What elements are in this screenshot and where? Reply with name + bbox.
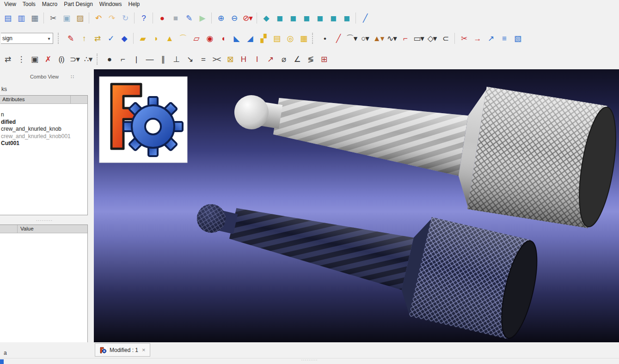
extend-icon[interactable]: → <box>471 32 484 45</box>
map-sketch-icon[interactable]: ↑ <box>78 32 90 45</box>
external-geometry-icon[interactable]: ↗ <box>484 32 497 45</box>
revolution-icon[interactable]: ◗ <box>150 32 162 45</box>
view-rear-icon[interactable]: ◼ <box>313 12 326 24</box>
redo-icon[interactable]: ↷ <box>105 12 118 24</box>
constraint-point-on-object-icon[interactable]: ⌐ <box>116 53 129 66</box>
pad-icon[interactable]: ▰ <box>136 32 149 45</box>
point-icon[interactable]: • <box>319 32 331 45</box>
menu-view[interactable]: View <box>1 0 19 8</box>
draw-style-icon[interactable]: ⊘▾ <box>241 12 254 24</box>
rectangle-icon[interactable]: ▭▾ <box>412 32 425 45</box>
workbench-selector[interactable]: sign ▾ <box>1 33 53 44</box>
constraint-symmetric-icon[interactable]: >< <box>210 53 223 66</box>
macro-edit-icon[interactable]: ✎ <box>183 12 195 24</box>
view-top-icon[interactable]: ◼ <box>287 12 299 24</box>
constraint-tangent-icon[interactable]: ↘ <box>184 53 196 66</box>
constraint-horizontal-icon[interactable]: — <box>143 53 156 66</box>
print-icon[interactable]: ▦ <box>28 12 41 24</box>
tree-item-screw-and-knurled-knob-001[interactable]: crew_and_knurled_knob001 <box>0 133 87 140</box>
constraint-parallel-icon[interactable]: ∥ <box>157 53 169 66</box>
reorient-sketch-icon[interactable]: ⇄ <box>91 32 104 45</box>
menu-windows[interactable]: Windows <box>96 0 125 8</box>
view-bottom-icon[interactable]: ◼ <box>327 12 339 24</box>
internal-geometry-icon[interactable]: ▣ <box>28 53 41 66</box>
view-axonometric-icon[interactable]: ◆ <box>260 12 272 24</box>
document-tab[interactable]: Modified : 1 × <box>95 343 150 357</box>
undo-icon[interactable]: ↶ <box>92 12 104 24</box>
sketch-info-icon[interactable]: (i) <box>55 53 67 66</box>
measure-icon[interactable]: ╱ <box>359 12 371 24</box>
delete-all-geometry-icon[interactable]: ✗ <box>42 53 54 66</box>
constraint-block-icon[interactable]: ⊠ <box>224 53 236 66</box>
fillet-icon[interactable]: ◣ <box>230 32 243 45</box>
trim-icon[interactable]: ✂ <box>458 32 470 45</box>
tab-tasks-fragment[interactable]: ks <box>1 86 7 92</box>
view-right-icon[interactable]: ◼ <box>300 12 313 24</box>
constraint-equal-icon[interactable]: = <box>197 53 209 66</box>
chamfer-icon[interactable]: ◢ <box>244 32 256 45</box>
create-body-icon[interactable]: ◆ <box>118 32 130 45</box>
whats-this-icon[interactable]: ? <box>137 12 150 24</box>
copy-icon[interactable]: ▣ <box>60 12 73 24</box>
constraint-horizontal-distance-icon[interactable]: H <box>237 53 250 66</box>
hole-icon[interactable]: ◉ <box>203 32 216 45</box>
line-icon[interactable]: ╱ <box>332 32 344 45</box>
circle-icon[interactable]: ○▾ <box>359 32 371 45</box>
tree-item-n[interactable]: n <box>0 111 87 119</box>
additive-loft-icon[interactable]: ▲ <box>163 32 176 45</box>
linear-pattern-icon[interactable]: ▤ <box>270 32 283 45</box>
menu-help[interactable]: Help <box>125 0 143 8</box>
zoom-box-icon[interactable]: ⊕ <box>215 12 227 24</box>
conic-icon[interactable]: ▲▾ <box>372 32 385 45</box>
constraint-distance-icon[interactable]: ↗ <box>264 53 276 66</box>
close-icon[interactable]: × <box>142 346 146 353</box>
bspline-icon[interactable]: ∿▾ <box>386 32 398 45</box>
macro-record-icon[interactable]: ● <box>156 12 168 24</box>
zoom-fit-icon[interactable]: ⊖ <box>228 12 240 24</box>
3d-viewport[interactable] <box>94 69 619 342</box>
pocket-icon[interactable]: ▱ <box>190 32 202 45</box>
open-icon[interactable]: ▤ <box>1 12 14 24</box>
constraint-radius-icon[interactable]: ⌀ <box>277 53 290 66</box>
validate-sketch-icon[interactable]: ✓ <box>104 32 117 45</box>
menu-tools[interactable]: Tools <box>19 0 39 8</box>
connect-edges-icon[interactable]: ∴▾ <box>82 53 94 66</box>
macro-stop-icon[interactable]: ■ <box>169 12 182 24</box>
constraint-perpendicular-icon[interactable]: ⊥ <box>170 53 183 66</box>
menu-macro[interactable]: Macro <box>39 0 61 8</box>
view-front-icon[interactable]: ◼ <box>273 12 286 24</box>
constraint-snell-icon[interactable]: ≶ <box>304 53 317 66</box>
polygon-icon[interactable]: ◇▾ <box>426 32 438 45</box>
screw-shaded[interactable] <box>225 69 619 231</box>
tree-item-cut001[interactable]: Cut001 <box>0 140 87 147</box>
constraint-angle-icon[interactable]: ∠ <box>291 53 303 66</box>
constraint-vertical-distance-icon[interactable]: I <box>251 53 263 66</box>
menu-part-design[interactable]: Part Design <box>61 0 96 8</box>
convert-geometry-icon[interactable]: ⇄ <box>1 53 14 66</box>
toggle-driving-constraint-icon[interactable]: ⊞ <box>318 53 330 66</box>
dock-icon[interactable]: ∷ <box>71 74 74 80</box>
slot-icon[interactable]: ⊂ <box>439 32 452 45</box>
additive-pipe-icon[interactable]: ⌒ <box>177 32 189 45</box>
tree-item-modified[interactable]: dified <box>0 119 87 126</box>
arc-icon[interactable]: ⌒▾ <box>345 32 358 45</box>
splitter-handle[interactable]: ········· <box>0 218 89 223</box>
constraint-vertical-icon[interactable]: | <box>130 53 142 66</box>
tree-item-screw-and-knurled-knob[interactable]: crew_and_knurled_knob <box>0 126 87 133</box>
polar-pattern-icon[interactable]: ◎ <box>284 32 296 45</box>
paste-icon[interactable]: ▨ <box>74 12 86 24</box>
create-sketch-icon[interactable]: ✎ <box>64 32 77 45</box>
select-constraints-icon[interactable]: ⋮ <box>15 53 27 66</box>
refresh-icon[interactable]: ↻ <box>119 12 131 24</box>
constraint-coincident-icon[interactable]: ● <box>103 53 116 66</box>
save-icon[interactable]: ▥ <box>15 12 27 24</box>
macro-play-icon[interactable]: ▶ <box>196 12 208 24</box>
construction-mode-icon[interactable]: ▧ <box>511 32 524 45</box>
carbon-copy-icon[interactable]: ≡ <box>498 32 510 45</box>
groove-icon[interactable]: ◖ <box>217 32 229 45</box>
multi-transform-icon[interactable]: ▦ <box>297 32 310 45</box>
view-left-icon[interactable]: ◼ <box>340 12 353 24</box>
cut-icon[interactable]: ✂ <box>47 12 59 24</box>
polyline-icon[interactable]: ⌐ <box>399 32 411 45</box>
statusbar-handle[interactable]: ········· <box>301 358 318 362</box>
